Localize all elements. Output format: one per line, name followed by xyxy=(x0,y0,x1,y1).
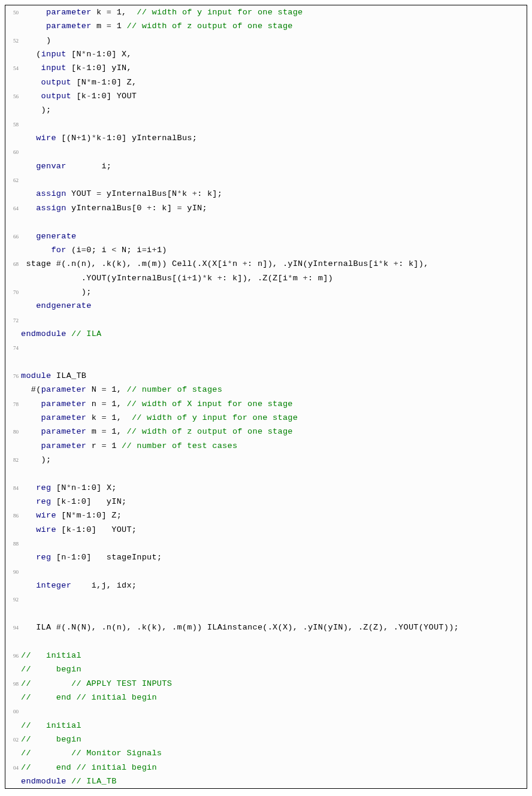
code-content: #(parameter N = 1, // number of stages xyxy=(21,383,527,397)
text-token xyxy=(21,553,36,562)
code-line: 98// // APPLY TEST INPUTS xyxy=(5,677,527,691)
operator-token: + xyxy=(394,259,398,268)
code-line: 60 xyxy=(5,145,527,159)
line-number xyxy=(5,691,21,694)
line-number: 84 xyxy=(5,481,21,494)
code-content: reg [k-1:0] yIN; xyxy=(21,495,527,509)
code-line: 96// initial xyxy=(5,649,527,662)
line-number xyxy=(5,47,21,50)
text-token xyxy=(21,246,51,255)
text-token: n xyxy=(86,50,91,59)
text-token xyxy=(21,511,36,520)
code-line: 68 stage #(.n(n), .k(k), .m(m)) Cell(.X(… xyxy=(5,257,527,271)
code-content: input [k-1:0] yIN, xyxy=(21,61,527,75)
operator-token: * xyxy=(202,274,207,283)
code-content: endgenerate xyxy=(21,299,527,313)
code-content: genvar i; xyxy=(21,159,527,173)
text-token: [N xyxy=(56,511,71,520)
code-line: 58 xyxy=(5,117,527,131)
code-content: // end // initial begin xyxy=(21,691,527,704)
line-number: 88 xyxy=(5,537,21,549)
text-token xyxy=(21,441,41,450)
code-content xyxy=(21,341,527,355)
text-token: n xyxy=(232,259,243,268)
code-line: // // Monitor Signals xyxy=(5,746,527,760)
operator-token: = xyxy=(101,385,106,394)
code-content xyxy=(21,215,527,229)
keyword-token: output xyxy=(41,92,71,101)
comment-token: // initial xyxy=(21,651,81,660)
line-number: 00 xyxy=(5,704,21,717)
code-content: stage #(.n(n), .k(k), .m(m)) Cell(.X(X[i… xyxy=(21,257,527,271)
code-line: ); xyxy=(5,103,527,117)
code-line: 50 parameter k = 1, // width of y input … xyxy=(5,5,527,19)
code-line: 94 ILA #(.N(N), .n(n), .k(k), .m(m)) ILA… xyxy=(5,621,527,634)
code-content xyxy=(21,313,527,327)
text-token: : k]; xyxy=(197,189,222,198)
keyword-token: endgenerate xyxy=(36,301,91,310)
code-line: .YOUT(yInternalBus[(i+1)*k +: k]), .Z(Z[… xyxy=(5,271,527,285)
code-content: endmodule // ILA_TB xyxy=(21,774,527,788)
line-number xyxy=(5,550,21,553)
keyword-token: parameter xyxy=(46,8,92,17)
line-number xyxy=(5,662,21,665)
code-line: parameter k = 1, // width of y input for… xyxy=(5,411,527,425)
operator-token: * xyxy=(379,259,383,268)
code-line: reg [k-1:0] yIN; xyxy=(5,495,527,509)
comment-token: // width of y input for one stage xyxy=(132,413,298,422)
code-content: assign yInternalBus[0 +: k] = yIN; xyxy=(21,201,527,215)
operator-token: = xyxy=(101,441,106,450)
text-token: [N xyxy=(71,78,86,87)
operator-token: + xyxy=(192,189,197,198)
line-number xyxy=(5,634,21,637)
operator-token: = xyxy=(142,246,147,255)
code-content xyxy=(21,634,527,648)
operator-token: = xyxy=(107,8,111,17)
text-token: [k xyxy=(66,63,81,72)
text-token: m xyxy=(86,427,101,436)
line-number: 86 xyxy=(5,509,21,521)
line-number xyxy=(5,523,21,526)
code-content: // initial xyxy=(21,719,527,733)
code-line: genvar i; xyxy=(5,159,527,173)
text-token: yInternalBus[N xyxy=(101,189,177,198)
code-content: wire [k-1:0] YOUT; xyxy=(21,523,527,537)
text-token: k xyxy=(207,274,217,283)
keyword-token: for xyxy=(51,246,66,255)
operator-token: * xyxy=(81,50,86,59)
operator-token: * xyxy=(86,78,91,87)
text-token: 1 xyxy=(107,441,122,450)
keyword-token: parameter xyxy=(41,413,87,422)
comment-token: // // APPLY TEST INPUTS xyxy=(21,679,172,688)
line-number xyxy=(5,355,21,358)
line-number: 76 xyxy=(5,369,21,382)
code-line: wire [k-1:0] YOUT; xyxy=(5,523,527,537)
text-token: .YOUT(yInternalBus[(i xyxy=(21,274,187,283)
line-number: 50 xyxy=(5,5,21,18)
text-token: [N xyxy=(51,483,66,492)
operator-token: + xyxy=(217,274,222,283)
text-token xyxy=(21,162,36,171)
text-token: stage #(.n(n), .k(k), .m(m)) Cell(.X(X[i xyxy=(21,259,227,268)
text-token xyxy=(21,63,41,72)
text-token: 1) xyxy=(157,246,167,255)
code-content: .YOUT(yInternalBus[(i+1)*k +: k]), .Z(Z[… xyxy=(21,271,527,285)
line-number: 82 xyxy=(5,453,21,465)
text-token: 1, xyxy=(111,8,137,17)
operator-token: * xyxy=(177,189,182,198)
line-number xyxy=(5,131,21,134)
code-line: endmodule // ILA_TB xyxy=(5,774,527,788)
line-number xyxy=(5,719,21,722)
text-token: 1) xyxy=(81,134,92,143)
comment-token: // number of stages xyxy=(126,385,222,394)
text-token: [k xyxy=(56,525,71,534)
comment-token: // initial xyxy=(21,721,81,730)
text-token xyxy=(21,497,36,506)
line-number: 56 xyxy=(5,89,21,102)
text-token xyxy=(21,399,41,408)
text-token: 1, xyxy=(107,413,132,422)
line-number xyxy=(5,215,21,218)
text-token: ); xyxy=(21,455,51,464)
code-content: parameter k = 1, // width of y input for… xyxy=(21,411,527,425)
text-token: #( xyxy=(21,385,41,394)
